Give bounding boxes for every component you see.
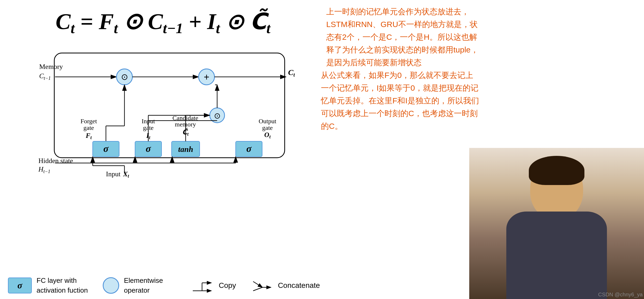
- svg-text:σ: σ: [146, 143, 151, 154]
- svg-text:+: +: [204, 72, 209, 82]
- svg-text:Ht−1: Ht−1: [38, 165, 50, 174]
- legend-circle: [103, 277, 119, 294]
- legend: σ FC layer with activation fuction Eleme…: [8, 276, 320, 295]
- legend-sigma-box: σ: [8, 278, 32, 293]
- svg-text:⊙: ⊙: [121, 72, 128, 82]
- svg-text:Forget: Forget: [80, 118, 97, 125]
- legend-fc-text: FC layer with activation fuction: [37, 276, 90, 295]
- legend-concat: Concatenate: [249, 276, 320, 295]
- svg-line-67: [253, 282, 262, 287]
- svg-text:⊙: ⊙: [214, 111, 221, 120]
- svg-text:Xt: Xt: [123, 170, 129, 179]
- svg-text:σ: σ: [246, 143, 252, 154]
- legend-concat-text: Concatenate: [278, 280, 320, 291]
- svg-text:Ct = Ft ⊙ Ct−1 + It ⊙ C̃t: Ct = Ft ⊙ Ct−1 + It ⊙ C̃t: [56, 8, 271, 36]
- svg-text:Hidden state: Hidden state: [38, 157, 73, 165]
- legend-elementwise: Elementwise operator: [103, 276, 177, 295]
- svg-text:gate: gate: [83, 124, 94, 131]
- lstm-diagram: Memory Ct−1 ⊙ + Ct Forget gate Ft σ Inpu…: [13, 41, 318, 182]
- legend-fc-layer: σ FC layer with activation fuction: [8, 276, 90, 295]
- watermark: CSDN @chny6_ya: [598, 292, 643, 298]
- svg-text:Ct−1: Ct−1: [39, 72, 51, 81]
- svg-text:tanh: tanh: [178, 145, 193, 153]
- svg-text:Output: Output: [259, 118, 276, 125]
- svg-line-68: [253, 287, 262, 291]
- svg-text:Memory: Memory: [39, 63, 63, 71]
- svg-text:gate: gate: [262, 124, 273, 131]
- legend-copy: Copy: [190, 276, 236, 295]
- legend-elementwise-text: Elementwise operator: [124, 276, 177, 295]
- svg-text:Ct: Ct: [288, 68, 295, 78]
- formula: Ct = Ft ⊙ Ct−1 + It ⊙ C̃t: [53, 5, 291, 42]
- concat-arrow-icon: [249, 276, 273, 295]
- svg-text:Input: Input: [106, 170, 121, 178]
- person-video: [469, 148, 644, 299]
- svg-text:Ft: Ft: [86, 132, 92, 140]
- copy-arrow-icon: [190, 276, 214, 295]
- svg-text:Ot: Ot: [264, 131, 271, 139]
- svg-text:σ: σ: [103, 143, 109, 154]
- annotation-bottom: 从公式来看，如果F为0，那么就不要去记上一个记忆单元，I如果等于0，就是把现在的…: [321, 69, 480, 133]
- annotation-top: 上一时刻的记忆单元会作为状态放进去，LSTM和RNN、GRU不一样的地方就是，状…: [326, 5, 480, 69]
- legend-copy-text: Copy: [219, 280, 236, 291]
